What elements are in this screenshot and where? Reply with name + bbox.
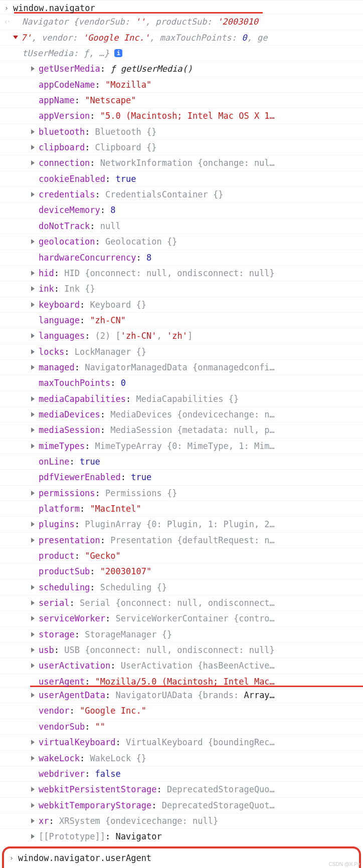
property-value: 0 [121, 378, 126, 388]
expand-toggle-icon[interactable] [31, 129, 35, 134]
info-icon[interactable]: i [114, 49, 122, 57]
console-input-row[interactable]: › window.navigator [0, 0, 363, 16]
object-property-row[interactable]: presentation: Presentation {defaultReque… [0, 532, 363, 548]
object-property-row[interactable]: onLine: true [0, 454, 363, 469]
object-property-row[interactable]: mediaCapabilities: MediaCapabilities {} [0, 391, 363, 406]
object-property-row[interactable]: connection: NetworkInformation {onchange… [0, 155, 363, 170]
object-property-row[interactable]: credentials: CredentialsContainer {} [0, 186, 363, 202]
object-property-row[interactable]: serviceWorker: ServiceWorkerContainer {c… [0, 610, 363, 626]
object-property-row[interactable]: xr: XRSystem {ondevicechange: null} [0, 813, 363, 828]
object-property-row[interactable]: wakeLock: WakeLock {} [0, 750, 363, 766]
expand-toggle-icon[interactable] [31, 647, 35, 653]
expand-toggle-icon[interactable] [31, 632, 35, 637]
expand-toggle-icon[interactable] [31, 538, 35, 543]
object-property-row[interactable]: appCodeName: "Mozilla" [0, 77, 363, 92]
object-property-row[interactable]: productSub: "20030107" [0, 563, 363, 579]
object-property-row[interactable]: scheduling: Scheduling {} [0, 579, 363, 595]
expand-toggle-icon[interactable] [31, 740, 35, 745]
object-property-row[interactable]: plugins: PluginArray {0: Plugin, 1: Plug… [0, 516, 363, 532]
object-property-row[interactable]: appName: "Netscape" [0, 92, 363, 108]
property-key: hid [39, 268, 54, 278]
property-key: mediaSession [39, 425, 100, 435]
object-property-row[interactable]: vendor: "Google Inc." [0, 703, 363, 718]
object-property-row[interactable]: storage: StorageManager {} [0, 626, 363, 642]
object-property-row[interactable]: bluetooth: Bluetooth {} [0, 124, 363, 139]
object-property-row[interactable]: usb: USB {onconnect: null, ondisconnect:… [0, 642, 363, 658]
expand-toggle-icon[interactable] [31, 491, 35, 496]
expand-toggle-icon[interactable] [31, 693, 35, 698]
object-property-row[interactable]: hid: HID {onconnect: null, ondisconnect:… [0, 265, 363, 281]
expand-toggle-icon[interactable] [31, 787, 35, 792]
expand-toggle-icon[interactable] [31, 663, 35, 668]
property-value: ServiceWorkerContainer {contro… [116, 613, 275, 623]
object-property-row[interactable]: ink: Ink {} [0, 281, 363, 296]
object-property-row[interactable]: permissions: Permissions {} [0, 485, 363, 501]
object-property-row[interactable]: language: "zh-CN" [0, 312, 363, 328]
expand-toggle-icon[interactable] [31, 522, 35, 527]
object-property-row[interactable]: appVersion: "5.0 (Macintosh; Intel Mac O… [0, 108, 363, 123]
expand-toggle-icon[interactable] [31, 145, 35, 150]
expand-toggle-icon[interactable] [31, 756, 35, 761]
object-property-row[interactable]: pdfViewerEnabled: true [0, 469, 363, 485]
property-key: xr [39, 816, 49, 826]
expand-toggle-icon[interactable] [31, 444, 35, 449]
object-property-row[interactable]: serial: Serial {onconnect: null, ondisco… [0, 595, 363, 610]
expand-toggle-icon[interactable] [31, 412, 35, 417]
console-input-row[interactable]: › window.navigator.userAgent [5, 850, 358, 865]
object-property-row[interactable]: locks: LockManager {} [0, 344, 363, 359]
expand-toggle-icon[interactable] [31, 66, 35, 71]
property-value: Clipboard {} [95, 142, 157, 152]
expand-toggle-icon[interactable] [31, 302, 35, 307]
object-property-row[interactable]: clipboard: Clipboard {} [0, 139, 363, 155]
highlight-box: › window.navigator.userAgent ‹· 'Mozilla… [2, 846, 361, 868]
expand-toggle-icon[interactable] [31, 239, 35, 244]
expand-toggle-icon[interactable] [31, 365, 35, 370]
object-property-row[interactable]: managed: NavigatorManagedData {onmanaged… [0, 359, 363, 375]
expand-toggle-icon[interactable] [31, 803, 35, 808]
object-property-row[interactable]: webkitPersistentStorage: DeprecatedStora… [0, 781, 363, 797]
object-property-row[interactable]: languages: (2) ['zh-CN', 'zh'] [0, 328, 363, 343]
expand-toggle-icon[interactable] [13, 36, 18, 39]
object-property-row[interactable]: cookieEnabled: true [0, 171, 363, 186]
expand-toggle-icon[interactable] [31, 192, 35, 197]
property-key: serviceWorker [39, 613, 105, 623]
object-property-row[interactable]: webdriver: false [0, 766, 363, 781]
object-property-row[interactable]: mediaSession: MediaSession {metadata: nu… [0, 422, 363, 438]
expand-toggle-icon[interactable] [31, 160, 35, 165]
expand-toggle-icon[interactable] [31, 600, 35, 605]
expand-toggle-icon[interactable] [31, 427, 35, 432]
property-value: Scheduling {} [100, 582, 167, 592]
object-property-row[interactable]: userAgentData: NavigatorUAData {brands: … [0, 687, 363, 703]
object-property-row[interactable]: userAgent: "Mozilla/5.0 (Macintosh; Inte… [0, 674, 363, 689]
expand-toggle-icon[interactable] [31, 333, 35, 338]
object-property-row[interactable]: [[Prototype]]: Navigator [0, 828, 363, 844]
object-property-row[interactable]: webkitTemporaryStorage: DeprecatedStorag… [0, 797, 363, 813]
object-property-row[interactable]: getUserMedia: ƒ getUserMedia() [0, 61, 363, 76]
expand-toggle-icon[interactable] [31, 271, 35, 276]
expand-toggle-icon[interactable] [31, 396, 35, 401]
property-value: "Netscape" [85, 95, 136, 105]
property-value: NetworkInformation {onchange: nul… [100, 158, 275, 168]
console-output-row[interactable]: ‹· Navigator {vendorSub: '', productSub:… [0, 14, 363, 29]
object-property-row[interactable]: hardwareConcurrency: 8 [0, 250, 363, 265]
object-property-row[interactable]: geolocation: Geolocation {} [0, 234, 363, 249]
expand-toggle-icon[interactable] [31, 818, 35, 823]
object-property-row[interactable]: doNotTrack: null [0, 218, 363, 234]
expand-toggle-icon[interactable] [31, 834, 35, 839]
object-property-row[interactable]: platform: "MacIntel" [0, 501, 363, 516]
object-property-row[interactable]: mediaDevices: MediaDevices {ondevicechan… [0, 406, 363, 422]
object-property-row[interactable]: vendorSub: "" [0, 719, 363, 734]
object-property-row[interactable]: maxTouchPoints: 0 [0, 375, 363, 390]
object-property-row[interactable]: mimeTypes: MimeTypeArray {0: MimeType, 1… [0, 438, 363, 454]
object-property-row[interactable]: userActivation: UserActivation {hasBeenA… [0, 658, 363, 673]
property-value: Bluetooth {} [95, 127, 157, 137]
object-property-row[interactable]: product: "Gecko" [0, 548, 363, 563]
expand-toggle-icon[interactable] [31, 585, 35, 590]
object-property-row[interactable]: virtualKeyboard: VirtualKeyboard {boundi… [0, 734, 363, 750]
expand-toggle-icon[interactable] [31, 286, 35, 291]
property-value: 8 [110, 205, 115, 215]
object-property-row[interactable]: deviceMemory: 8 [0, 202, 363, 218]
object-property-row[interactable]: keyboard: Keyboard {} [0, 297, 363, 312]
expand-toggle-icon[interactable] [31, 616, 35, 621]
expand-toggle-icon[interactable] [31, 349, 35, 354]
